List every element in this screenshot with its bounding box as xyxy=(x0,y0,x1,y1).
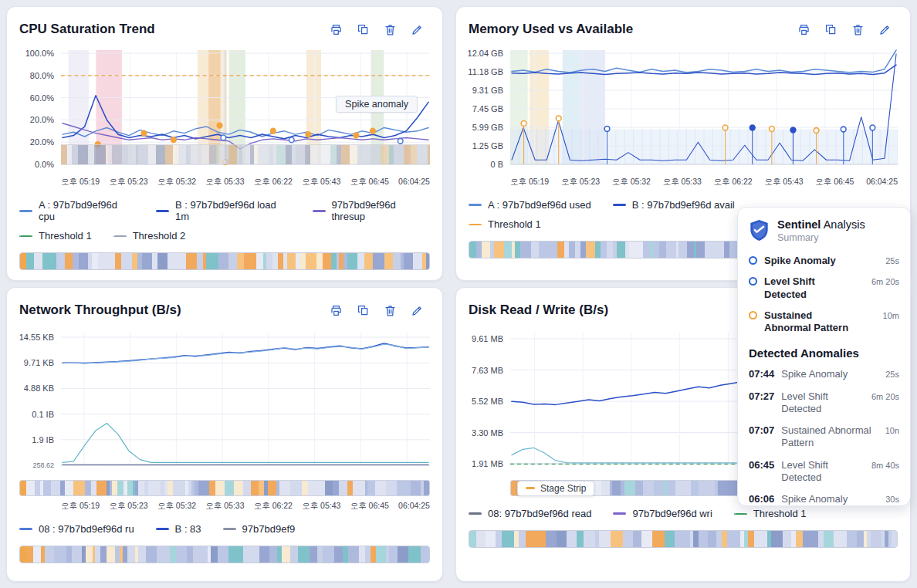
strip-segment xyxy=(381,145,389,164)
strip-segment xyxy=(531,242,539,258)
memory-chart[interactable] xyxy=(510,49,898,172)
legend-item[interactable]: Threshold 1 xyxy=(734,508,807,519)
legend-item[interactable]: 97b7bd9ef9 xyxy=(223,523,296,535)
strip-segment xyxy=(394,145,404,164)
panel-title: CPU Saturation Trend xyxy=(19,22,155,37)
legend-item[interactable]: 97b7bd9ef96d wri xyxy=(613,508,712,519)
legend-item[interactable]: B : 97b7bd9ef96d load 1m xyxy=(156,199,291,222)
legend-label: 97b7bd9ef96d thresup xyxy=(332,199,431,222)
strip-segment xyxy=(552,242,557,258)
stage-strip[interactable] xyxy=(469,530,898,548)
edit-button[interactable] xyxy=(410,22,425,37)
y-tick-label: 9.61 MB xyxy=(472,334,503,343)
series-line xyxy=(63,423,428,462)
strip-segment xyxy=(783,531,791,547)
strip-segment xyxy=(282,546,290,563)
print-button[interactable] xyxy=(797,22,812,37)
strip-segment xyxy=(296,145,305,164)
strip-segment xyxy=(595,242,601,258)
legend-item[interactable]: Threshold 2 xyxy=(113,230,186,242)
legend-item[interactable]: Threshold 1 xyxy=(469,218,541,230)
strip-segment xyxy=(359,546,365,563)
strip-segment xyxy=(235,546,243,563)
strip-segment xyxy=(197,253,203,269)
anomaly-ring-icon xyxy=(749,256,757,265)
detected-anomaly-row[interactable]: 06:06Spike Anomaly30s xyxy=(749,493,899,505)
anomaly-duration: 10n xyxy=(885,424,899,450)
strip-segment xyxy=(428,145,429,164)
y-tick-label: 3.30 MB xyxy=(472,428,503,438)
legend-color-key xyxy=(734,513,747,515)
strip-segment xyxy=(666,242,677,258)
network-chart[interactable] xyxy=(61,329,430,473)
x-tick-label: 오후 05:43 xyxy=(764,177,803,188)
edit-button[interactable] xyxy=(878,22,893,37)
duplicate-button[interactable] xyxy=(356,22,371,37)
strip-segment xyxy=(298,546,310,563)
legend-item[interactable]: 08: 97b7bd9ef96d read xyxy=(469,508,591,519)
strip-segment xyxy=(317,546,323,563)
stage-strip-label-text: Stage Strip xyxy=(540,483,586,494)
detected-anomaly-row[interactable]: 06:45Level Shift Detected8m 40s xyxy=(749,459,899,485)
strip-segment xyxy=(857,531,863,547)
strip-segment xyxy=(705,242,716,258)
orange-dash-icon xyxy=(526,487,535,489)
strip-segment xyxy=(727,531,740,547)
strip-segment xyxy=(365,546,371,563)
strip-segment xyxy=(417,145,428,164)
stage-strip[interactable] xyxy=(19,546,430,563)
x-tick-label: 오후 06:45 xyxy=(350,177,389,188)
strip-segment xyxy=(404,145,411,164)
strip-segment xyxy=(56,253,65,269)
strip-segment xyxy=(165,145,173,164)
anomaly-ring-icon xyxy=(749,277,757,286)
legend-item[interactable]: B : 83 xyxy=(156,523,201,535)
strip-segment xyxy=(152,253,157,269)
stage-strip-mid[interactable] xyxy=(19,480,430,496)
print-icon xyxy=(329,22,343,37)
summary-item: Spike Anomaly25s xyxy=(749,255,899,267)
panel-toolbar xyxy=(797,22,893,37)
legend-item[interactable]: 08 : 97b7bd9ef96d ru xyxy=(19,523,134,535)
sentinel-title: Sentinel Analysis xyxy=(777,218,865,231)
x-tick-label: 오후 06:45 xyxy=(815,177,854,188)
legend-item[interactable]: B : 97b7bd9ef96d avail xyxy=(613,199,735,211)
legend-item[interactable]: A : 97b7bd9ef96d cpu xyxy=(19,199,134,222)
strip-segment xyxy=(60,481,66,495)
duplicate-button[interactable] xyxy=(824,22,839,37)
strip-segment xyxy=(51,481,60,495)
detected-anomaly-row[interactable]: 07:27Level Shift Detected6m 20s xyxy=(749,390,899,416)
delete-button[interactable] xyxy=(851,22,866,37)
y-tick-label: 5.99 GB xyxy=(472,123,503,132)
strip-segment xyxy=(201,145,209,164)
print-button[interactable] xyxy=(329,22,344,37)
edit-button[interactable] xyxy=(410,302,425,318)
x-axis: 오후 05:19오후 05:23오후 05:32오후 05:33오후 06:22… xyxy=(61,177,430,188)
stage-strip[interactable] xyxy=(19,252,430,270)
strip-segment xyxy=(653,242,659,258)
strip-segment xyxy=(65,481,73,495)
strip-segment xyxy=(242,145,250,164)
strip-segment xyxy=(623,531,633,547)
strip-segment xyxy=(502,531,514,547)
strip-segment xyxy=(617,242,625,258)
strip-segment xyxy=(234,481,244,495)
delete-button[interactable] xyxy=(383,302,398,318)
stage-strip-inline xyxy=(61,144,430,164)
strip-segment xyxy=(276,145,286,164)
strip-segment xyxy=(397,481,408,495)
y-tick-label: 4.88 KB xyxy=(24,384,54,393)
delete-button[interactable] xyxy=(383,22,398,37)
legend-item[interactable]: 97b7bd9ef96d thresup xyxy=(313,199,431,222)
duplicate-button[interactable] xyxy=(356,302,371,318)
strip-segment xyxy=(567,531,576,547)
x-tick-label: 오후 05:43 xyxy=(302,501,340,512)
detected-anomaly-row[interactable]: 07:07Sustained Abnormal Pattern10n xyxy=(749,424,899,450)
legend-item[interactable]: A : 97b7bd9ef96d used xyxy=(469,199,591,211)
strip-segment xyxy=(325,481,332,495)
detected-anomaly-row[interactable]: 07:44Spike Anomaly25s xyxy=(749,368,899,380)
cpu-chart[interactable]: Spike anomaly xyxy=(61,49,430,172)
strip-segment xyxy=(157,546,162,563)
print-button[interactable] xyxy=(329,302,344,318)
legend-item[interactable]: Threshold 1 xyxy=(19,230,92,242)
